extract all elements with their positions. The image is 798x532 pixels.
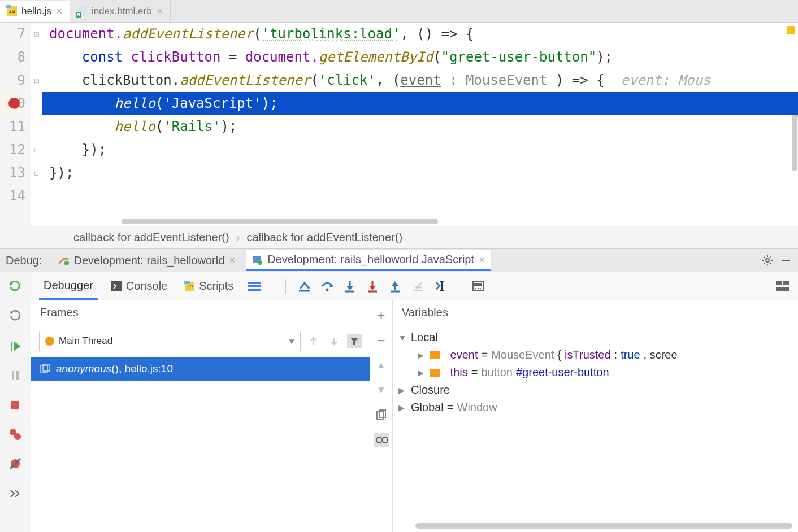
file-tab-label: index.html.erb [92,6,152,17]
variable-scope-local[interactable]: ▼ Local [398,329,792,346]
close-icon[interactable]: ✕ [479,255,485,264]
copy-icon[interactable] [374,408,389,422]
breakpoint-line[interactable]: 10 [0,92,25,115]
fold-end-icon: ⊔ [31,138,42,162]
prev-frame-icon[interactable] [306,334,321,348]
debug-config-tab-rails[interactable]: Development: rails_helloworld ✕ [53,250,242,271]
expand-icon[interactable]: ▶ [398,403,407,412]
breakpoint-icon[interactable] [8,98,20,109]
fold-column: ⊟ ⊟ ⊔ ⊔ [31,23,42,226]
variable-event[interactable]: ▶ event = MouseEvent { isTrusted : true … [398,346,792,364]
step-over-icon[interactable] [320,279,335,294]
svg-point-40 [478,287,479,289]
evaluate-icon[interactable] [471,279,485,294]
next-frame-icon[interactable] [327,334,341,348]
svg-rect-14 [12,371,14,380]
view-breakpoints-icon[interactable] [8,427,23,442]
svg-line-9 [770,263,771,264]
svg-point-2 [258,260,262,265]
step-out-icon[interactable] [388,279,402,294]
code-content[interactable]: document.addEventListener('turbolinks:lo… [42,23,798,226]
expand-icon[interactable]: ▼ [398,333,407,342]
object-icon [430,351,440,359]
svg-point-0 [64,261,69,265]
svg-point-41 [480,287,481,289]
horizontal-scrollbar[interactable] [415,523,792,529]
svg-line-11 [770,257,771,258]
svg-rect-13 [11,342,12,351]
svg-rect-22 [248,282,261,284]
frame-icon [40,364,50,374]
svg-point-50 [382,437,388,443]
gear-icon[interactable] [761,254,774,267]
tab-console[interactable]: Console [107,273,172,300]
tab-scripts[interactable]: JS Scripts [181,273,238,300]
minimize-icon[interactable] [779,254,792,267]
breadcrumb: callback for addEventListener() › callba… [0,226,798,248]
expand-icon[interactable]: ▶ [418,351,427,360]
horizontal-scrollbar[interactable] [122,219,438,224]
debug-tool-window: Debugger Console JS Scripts [0,272,798,532]
pause-icon[interactable] [8,368,23,383]
move-up-icon[interactable]: ▲ [374,358,389,373]
expand-icon[interactable]: ▶ [398,386,407,395]
remove-watch-icon[interactable]: − [374,333,389,348]
run-to-cursor-icon[interactable] [433,279,448,294]
vertical-scrollbar[interactable] [792,115,797,171]
resume-icon[interactable] [8,339,23,354]
breadcrumb-item[interactable]: callback for addEventListener() [246,231,402,244]
expand-icon[interactable]: ▶ [418,368,427,377]
thread-status-icon [45,337,54,346]
add-watch-icon[interactable]: + [374,308,389,323]
filter-icon[interactable] [347,334,362,348]
svg-rect-42 [776,281,782,285]
debug-config-tab-js[interactable]: Development: rails_helloworld JavaScript… [246,250,491,271]
svg-rect-33 [413,290,423,291]
file-tab-hello-js[interactable]: JS hello.js ✕ [0,1,70,22]
svg-point-26 [326,288,329,291]
fold-end-icon: ⊔ [31,162,42,185]
rerun-icon[interactable] [8,280,23,295]
svg-point-49 [376,437,382,443]
close-icon[interactable]: ✕ [229,256,236,265]
variable-this[interactable]: ▶ this = button #greet-user-button [398,364,792,381]
drop-frame-icon[interactable] [410,279,425,294]
threads-icon[interactable] [247,279,262,294]
console-icon [111,281,122,291]
variable-scope-closure[interactable]: ▶ Closure [398,381,792,399]
watches-icon[interactable] [374,433,389,447]
thread-selector[interactable]: Main Thread ▾ [39,330,301,352]
stack-frame[interactable]: anonymous(), hello.js:10 [31,357,370,381]
object-icon [430,369,440,377]
show-execution-point-icon[interactable] [297,279,312,294]
rails-icon [58,255,70,266]
close-icon[interactable]: ✕ [56,7,63,16]
debug-tool-window-header: Debug: Development: rails_helloworld ✕ D… [0,248,798,272]
inspection-marker[interactable] [787,26,795,34]
variable-scope-global[interactable]: ▶ Global = Window [398,399,792,416]
stop-icon[interactable] [8,398,23,412]
svg-point-39 [475,287,476,289]
step-into-icon[interactable] [342,279,357,294]
file-tab-index-erb[interactable]: index.html.erb ✕ [70,1,171,22]
svg-point-3 [766,259,769,262]
debug-sidebar [0,272,31,532]
breadcrumb-item[interactable]: callback for addEventListener() [73,231,229,244]
refresh-icon[interactable] [8,309,23,324]
mute-breakpoints-icon[interactable] [8,456,23,471]
editor[interactable]: 7 8 9 10 11 12 13 14 ⊟ ⊟ ⊔ ⊔ document.ad… [0,23,798,226]
chevron-down-icon: ▾ [289,335,294,347]
svg-rect-12 [782,260,790,261]
move-down-icon[interactable]: ▼ [374,383,389,398]
more-icon[interactable] [8,486,23,500]
force-step-into-icon[interactable] [365,279,380,294]
variables-toolbar: + − ▲ ▼ [370,300,393,532]
fold-icon[interactable]: ⊟ [31,23,42,46]
tab-debugger[interactable]: Debugger [39,273,98,300]
fold-icon[interactable]: ⊟ [31,69,42,92]
svg-line-8 [764,257,765,258]
erb-file-icon [77,6,87,16]
close-icon[interactable]: ✕ [157,7,163,16]
layout-icon[interactable] [775,279,790,294]
chevron-right-icon: › [236,231,240,244]
